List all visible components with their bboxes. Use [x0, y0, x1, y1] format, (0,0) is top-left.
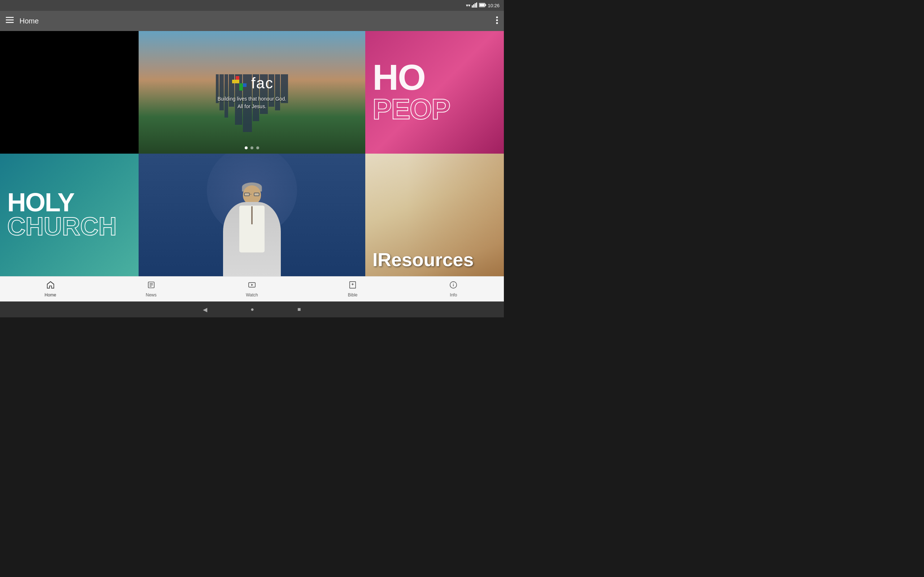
panel-holy[interactable]: HOLY CHURCH [0, 154, 139, 276]
fac-tagline: Building lives that honour God. All for … [218, 95, 287, 110]
svg-marker-13 [47, 281, 53, 288]
home-button[interactable]: ● [250, 306, 254, 313]
back-button[interactable]: ◀ [203, 306, 207, 313]
signal-icon [472, 3, 478, 9]
main-content: fac Building lives that honour God. All … [0, 31, 504, 276]
news-icon [147, 281, 155, 291]
nav-item-watch[interactable]: Watch [237, 281, 267, 298]
panel-speaker[interactable] [139, 154, 365, 276]
svg-point-10 [496, 16, 498, 18]
nav-item-home[interactable]: Home [36, 281, 65, 298]
nav-label-home: Home [45, 292, 56, 298]
svg-marker-20 [251, 284, 254, 286]
svg-rect-7 [6, 17, 14, 18]
nav-label-bible: Bible [348, 292, 358, 298]
fac-logo-text: fac [251, 75, 274, 92]
app-bar-title: Home [19, 17, 39, 25]
system-nav: ◀ ● ■ [0, 301, 504, 318]
svg-line-14 [50, 281, 54, 284]
recents-button[interactable]: ■ [297, 306, 301, 313]
fac-cross-icon [230, 74, 248, 92]
svg-rect-0 [472, 5, 473, 8]
panel-black [0, 31, 139, 154]
nav-item-info[interactable]: Info [439, 281, 468, 298]
svg-rect-8 [6, 19, 14, 21]
panel-city[interactable]: fac Building lives that honour God. All … [139, 31, 365, 154]
more-vert-icon[interactable] [496, 16, 498, 26]
fac-logo-area: fac Building lives that honour God. All … [218, 74, 287, 110]
slide-dot-3[interactable] [256, 147, 259, 149]
nav-label-watch: Watch [246, 292, 258, 298]
svg-rect-3 [476, 3, 477, 8]
app-bar-left: Home [6, 17, 39, 25]
slide-dot-2[interactable] [250, 147, 254, 149]
svg-rect-6 [480, 3, 485, 6]
svg-rect-2 [475, 3, 476, 8]
speaker-figure [216, 182, 288, 276]
svg-point-26 [453, 283, 454, 283]
svg-rect-9 [6, 22, 14, 23]
holy-text-holy: HOLY [7, 191, 116, 214]
wifi-icon: ▾▾ [466, 3, 470, 8]
bible-icon [349, 281, 357, 291]
svg-point-12 [496, 22, 498, 24]
slide-dot-1[interactable] [245, 147, 247, 149]
info-icon [449, 281, 457, 291]
status-icons: ▾▾ 10:26 [466, 3, 499, 9]
watch-icon [248, 281, 256, 291]
nav-item-news[interactable]: News [137, 281, 166, 298]
panel-pink[interactable]: HO PEOP [365, 31, 504, 154]
pink-text-ho: HO [373, 61, 450, 93]
nav-label-info: Info [450, 292, 457, 298]
svg-point-11 [496, 19, 498, 21]
fac-logo-row: fac [230, 74, 274, 92]
panel-resources[interactable]: IResources [365, 154, 504, 276]
status-bar: ▾▾ 10:26 [0, 0, 504, 11]
battery-icon [479, 3, 486, 8]
hamburger-icon[interactable] [6, 17, 14, 25]
holy-text-church: CHURCH [7, 214, 116, 239]
app-bar: Home [0, 11, 504, 31]
svg-rect-1 [473, 4, 474, 8]
nav-item-bible[interactable]: Bible [338, 281, 367, 298]
nav-label-news: News [146, 292, 157, 298]
resources-text: IResources [373, 250, 473, 269]
slide-dots[interactable] [245, 147, 259, 149]
svg-rect-5 [485, 4, 486, 6]
bottom-nav: Home News Watch Bible Info [0, 276, 504, 301]
pink-text-peop: PEOP [373, 95, 450, 124]
status-time: 10:26 [488, 3, 499, 8]
home-icon [47, 281, 55, 291]
